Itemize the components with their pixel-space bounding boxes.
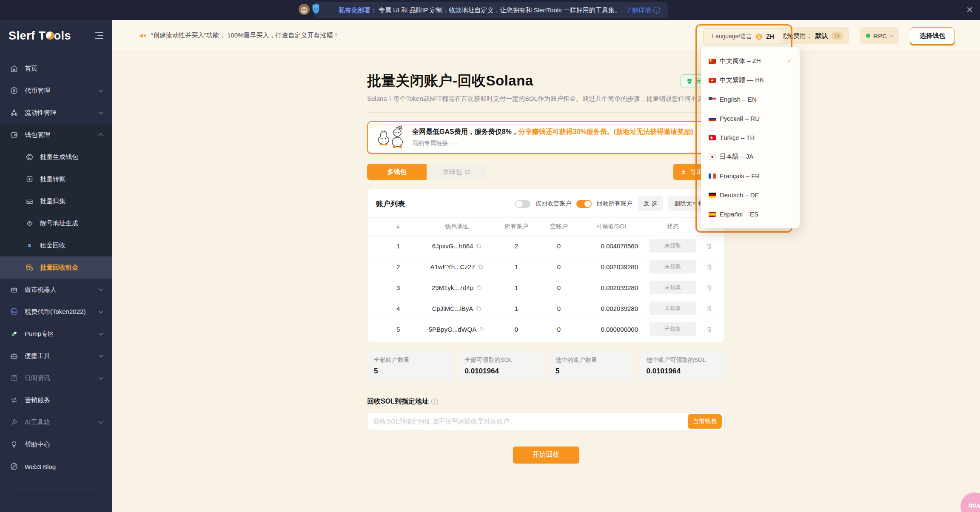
trash-icon[interactable] [701, 284, 717, 291]
sidebar-item-home[interactable]: 首页 [0, 57, 112, 80]
status-badge: 未领取 [650, 281, 696, 294]
menu-item-hk[interactable]: 中文繁體 — HK [701, 71, 800, 90]
sidebar-item-token-management[interactable]: $ 代币管理 [0, 80, 112, 102]
copy-icon[interactable] [476, 284, 482, 290]
menu-item-es[interactable]: Español – ES [701, 205, 800, 224]
menu-item-ru[interactable]: Русский – RU [701, 109, 800, 128]
promo-banner: 全网最低GAS费用，服务费仅8%，分享赚钱还可获得30%服务费。(新地址无法获得… [367, 121, 725, 154]
sidebar-item-help-center[interactable]: 帮助中心 [0, 433, 112, 455]
select-wallet-button[interactable]: 选择钱包 [910, 27, 955, 44]
promo-text: 全网最低GAS费用，服务费仅8%，分享赚钱还可获得30%服务费。(新地址无法获得… [412, 128, 693, 137]
start-recovery-button[interactable]: 开始回收 [513, 447, 579, 463]
main-content: 批量关闭账户-回收Solana 安全提示 Solana上每个Token或NFT都… [112, 51, 980, 512]
sidebar-item-batch-transfer[interactable]: 批量转账 [0, 168, 112, 190]
mascot-shield-icon [297, 0, 319, 19]
trash-icon[interactable] [701, 326, 717, 333]
copy-icon[interactable] [478, 264, 484, 270]
promo-referral-link-text[interactable]: 分享赚钱还可获得30%服务费。(新地址无法获得邀请奖励) [518, 128, 693, 135]
speaker-icon [138, 31, 147, 40]
stat-total-accounts: 全部账户数量 5 [367, 351, 453, 381]
recover-address-input-wrap: 当前钱包 [367, 412, 725, 430]
chevron-down-icon [98, 330, 103, 335]
wallet-icon [9, 130, 19, 139]
sidebar-item-vanity-address[interactable]: 靓号地址生成 [0, 212, 112, 234]
pill-icon [9, 329, 19, 338]
tab-multi-wallet[interactable]: 多钱包 [367, 164, 427, 180]
table-row: 2 A1wEYh...Cz27 1 0 0.002039280 未领取 [368, 256, 724, 277]
flag-es-icon [709, 212, 716, 217]
trash-icon[interactable] [701, 263, 717, 270]
trash-icon[interactable] [701, 305, 717, 312]
copy-icon[interactable] [476, 243, 481, 249]
sidebar-item-liquidity-management[interactable]: 流动性管理 [0, 102, 112, 124]
menu-item-en[interactable]: English – EN [701, 90, 800, 109]
dollar-coin-icon: $ [9, 86, 19, 95]
chevron-down-icon [98, 109, 103, 114]
menu-item-ja[interactable]: 日本語 – JA [701, 147, 800, 166]
robot-icon [9, 285, 19, 294]
flag-tr-icon [709, 135, 716, 140]
close-icon[interactable]: ✕ [966, 5, 973, 15]
recover-address-input[interactable] [373, 418, 688, 425]
info-icon: i [431, 398, 438, 405]
divider [367, 112, 725, 113]
chevron-up-icon [98, 133, 103, 138]
chevron-down-icon [98, 286, 103, 291]
toggle-recover-all[interactable] [576, 200, 592, 208]
tab-single-wallet[interactable]: 单钱包 [427, 164, 486, 180]
language-selector-button[interactable]: Language/语言 ZH [703, 28, 783, 45]
sidebar-item-marketing-services[interactable]: 营销服务 [0, 389, 112, 411]
sidebar-item-batch-rent-recovery[interactable]: 批量回收租金 [0, 256, 112, 279]
sidebar-divider [9, 489, 103, 489]
flag-de-icon [709, 193, 716, 198]
stat-selected-claimable-sol: 选中账户可领取的SOL 0.0101964 [640, 351, 725, 381]
tag-icon [25, 219, 34, 228]
sidebar-item-web3-blog[interactable]: Web3 Blog [0, 455, 112, 478]
chevron-down-icon [98, 87, 103, 92]
trash-icon[interactable] [701, 242, 717, 250]
stat-selected-accounts: 选中的账户数量 5 [549, 351, 634, 381]
status-badge: 未领取 [650, 239, 696, 253]
external-link-icon [464, 169, 470, 175]
toggle-recover-empty-only[interactable] [515, 200, 530, 208]
account-list-card: 账户列表 仅回收空账户 回收所有账户 反 选 删除无可领取 # 钱包地址 所有账… [367, 189, 725, 342]
chevron-down-icon [889, 33, 894, 37]
bookmark-icon [9, 373, 19, 383]
status-badge: 已领取 [650, 322, 696, 336]
menu-item-tr[interactable]: Türkçe – TR [701, 128, 800, 147]
sidebar-item-ai-toolbox[interactable]: AI工具箱 [0, 411, 112, 433]
table-row: 5 5PBpyG...dWQA 0 0 0.000000000 已领取 [368, 319, 724, 339]
sidebar-item-batch-collect[interactable]: 批量归集 [0, 190, 112, 212]
sidebar-item-batch-generate-wallets[interactable]: 批量生成钱包 [0, 146, 112, 168]
sidebar-item-rent-recovery[interactable]: 租金回收 [0, 234, 112, 256]
sidebar-item-tax-token[interactable]: TAX 税费代币(Token2022) [0, 301, 112, 323]
collapse-sidebar-icon[interactable] [95, 32, 103, 39]
topbar: “创建流动性并买入”功能， 100%最早买入，打造自定义开盘涨幅！ 优先费用： … [112, 20, 980, 51]
flag-jp-icon [709, 154, 716, 159]
wallet-address: 6JpxvG...h864 [432, 242, 473, 250]
current-wallet-button[interactable]: 当前钱包 [688, 414, 722, 429]
logo-o-icon [46, 31, 54, 40]
sidebar-item-subscribe-news[interactable]: 订阅资讯 [0, 367, 112, 389]
banner-learn-more-link[interactable]: 了解详情 › [626, 6, 660, 14]
menu-item-fr[interactable]: Français – FR [701, 166, 800, 185]
rpc-selector[interactable]: RPC [860, 27, 899, 44]
promo-mascots-icon [375, 125, 406, 150]
sidebar-item-market-maker-bot[interactable]: 做市机器人 [0, 279, 112, 301]
sidebar-item-wallet-management[interactable]: 钱包管理 [0, 124, 112, 146]
menu-item-de[interactable]: Deutsch – DE [701, 185, 800, 205]
invert-selection-button[interactable]: 反 选 [638, 196, 663, 211]
chevron-down-icon [98, 419, 103, 424]
fee-multiplier-badge: 1x [831, 32, 843, 40]
copy-icon[interactable] [476, 305, 481, 311]
announcement: “创建流动性并买入”功能， 100%最早买入，打造自定义开盘涨幅！ [138, 31, 339, 40]
wallet-mode-tabs: 多钱包 单钱包 导出 [367, 164, 725, 180]
compass-icon [9, 462, 19, 471]
nodes-icon [9, 108, 19, 117]
menu-item-zh[interactable]: 中文简体 – ZH ✓ [701, 51, 800, 71]
sidebar-item-handy-tools[interactable]: 便捷工具 [0, 345, 112, 367]
flag-hk-icon [709, 78, 716, 83]
shield-check-icon [686, 78, 693, 85]
sidebar-item-pump-zone[interactable]: Pump专区 [0, 323, 112, 345]
copy-icon[interactable] [479, 326, 485, 332]
